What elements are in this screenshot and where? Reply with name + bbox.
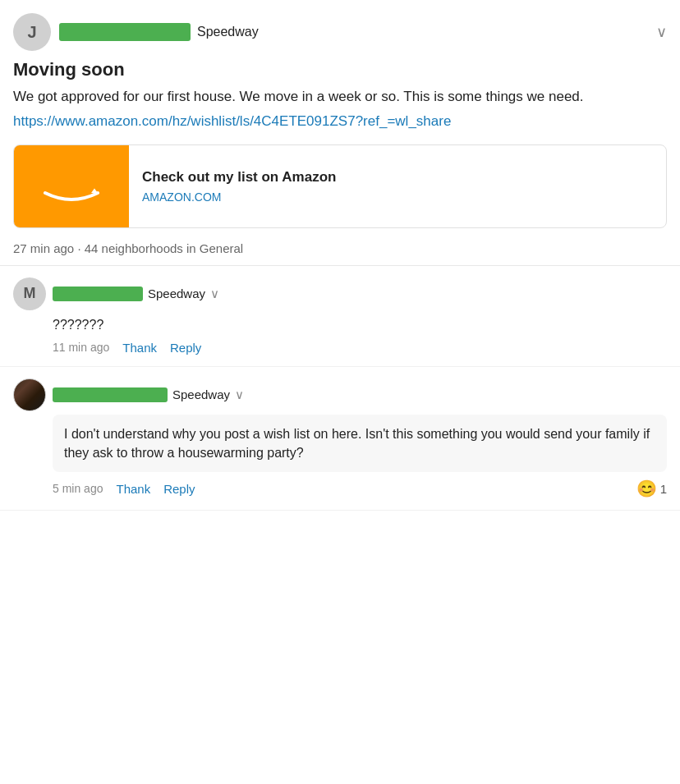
post-link[interactable]: https://www.amazon.com/hz/wishlist/ls/4C… bbox=[13, 112, 667, 131]
reaction-emoji-icon: 😊 bbox=[636, 479, 657, 498]
amazon-logo-icon bbox=[39, 170, 104, 203]
comment-2-header-left: Speedway ∨ bbox=[13, 378, 244, 411]
comment-1-body: ??????? bbox=[13, 315, 667, 334]
comment-1-name-row: Speedway ∨ bbox=[53, 287, 219, 301]
amazon-card-title: Check out my list on Amazon bbox=[142, 169, 336, 186]
comment-2-avatar bbox=[13, 378, 46, 411]
comment-2-reaction: 😊 1 bbox=[636, 479, 667, 498]
svg-marker-0 bbox=[91, 188, 98, 193]
comment-2-thank-button[interactable]: Thank bbox=[116, 482, 150, 496]
avatar: J bbox=[13, 13, 51, 51]
comment-1: M Speedway ∨ ??????? 11 min ago Thank Re… bbox=[0, 266, 680, 367]
amazon-card-image bbox=[14, 145, 129, 227]
amazon-card-content: Check out my list on Amazon AMAZON.COM bbox=[129, 145, 349, 227]
comment-2-name-row: Speedway ∨ bbox=[53, 387, 244, 402]
comment-2-time: 5 min ago bbox=[53, 482, 103, 495]
comments-section: M Speedway ∨ ??????? 11 min ago Thank Re… bbox=[0, 266, 680, 511]
amazon-card[interactable]: Check out my list on Amazon AMAZON.COM bbox=[13, 144, 667, 228]
comment-1-redacted-name bbox=[53, 287, 143, 301]
post-meta: 27 min ago · 44 neighborhoods in General bbox=[0, 241, 680, 265]
comment-2-header: Speedway ∨ bbox=[13, 378, 667, 411]
comment-1-location: Speedway bbox=[148, 287, 205, 300]
comment-1-footer: 11 min ago Thank Reply bbox=[13, 341, 667, 355]
post-location: Speedway bbox=[197, 25, 259, 39]
post-header: J Speedway ∨ bbox=[13, 13, 667, 51]
comment-2: Speedway ∨ I don't understand why you po… bbox=[0, 367, 680, 511]
post-header-left: J Speedway bbox=[13, 13, 259, 51]
post-title: Moving soon bbox=[13, 59, 667, 80]
comment-1-reply-button[interactable]: Reply bbox=[170, 341, 201, 355]
main-post: J Speedway ∨ Moving soon We got approved… bbox=[0, 0, 680, 228]
comment-1-time: 11 min ago bbox=[53, 341, 109, 354]
amazon-card-url: AMAZON.COM bbox=[142, 190, 336, 204]
comment-1-avatar: M bbox=[13, 277, 46, 310]
comment-1-header: M Speedway ∨ bbox=[13, 277, 667, 310]
comment-2-reply-button[interactable]: Reply bbox=[163, 482, 195, 496]
comment-1-thank-button[interactable]: Thank bbox=[122, 341, 157, 355]
post-body: We got approved for our first house. We … bbox=[13, 87, 667, 107]
post-name-block: Speedway bbox=[59, 23, 259, 41]
chevron-down-icon[interactable]: ∨ bbox=[656, 23, 667, 41]
comment-2-body: I don't understand why you post a wish l… bbox=[53, 415, 667, 472]
redacted-name bbox=[59, 23, 191, 41]
comment-2-chevron-icon[interactable]: ∨ bbox=[235, 387, 244, 402]
comment-2-footer: 5 min ago Thank Reply 😊 1 bbox=[13, 479, 667, 498]
reaction-count: 1 bbox=[660, 482, 667, 496]
comment-1-header-left: M Speedway ∨ bbox=[13, 277, 219, 310]
comment-2-location: Speedway bbox=[172, 387, 230, 401]
comment-2-redacted-name bbox=[53, 387, 168, 402]
comment-1-chevron-icon[interactable]: ∨ bbox=[210, 287, 219, 301]
